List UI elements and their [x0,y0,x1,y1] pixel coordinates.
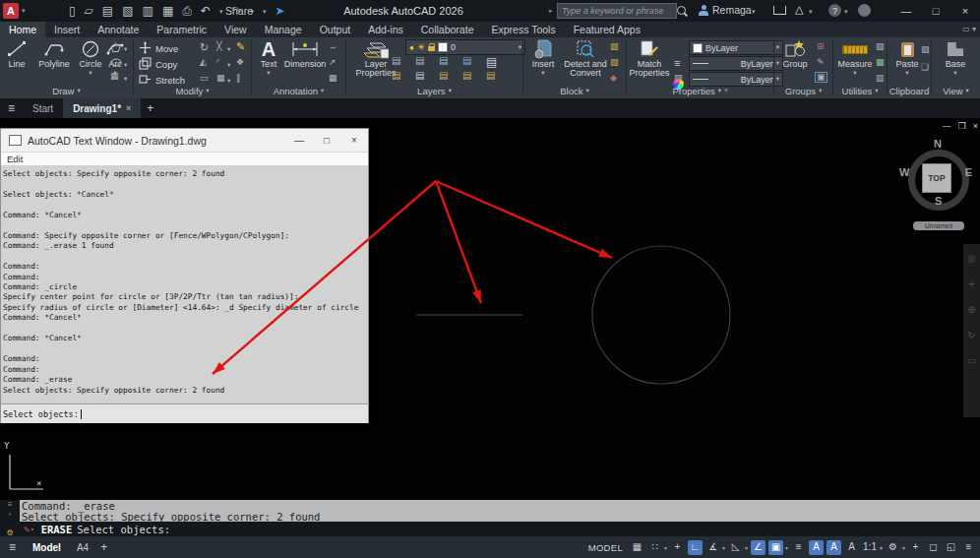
trim-icon[interactable]: ╳ [216,42,221,51]
logo-caret-icon[interactable]: ▾ [22,7,26,15]
username[interactable]: Remaga [712,4,752,16]
viewcube-north[interactable]: N [934,138,942,150]
commandline-history[interactable]: Command: _erase Select objects: Specify … [0,500,980,522]
settings-gear-icon-caret[interactable]: ▾ [902,544,905,551]
layer-walk-icon[interactable]: ▤ [486,71,495,81]
help-caret-icon[interactable]: ▾ [844,8,848,16]
navigation-wheel-icon[interactable]: ◎ [967,254,976,264]
grid-icon[interactable]: ▦ [630,540,644,555]
text-button[interactable]: A Text ▾ [256,39,281,77]
layers-panel-label[interactable]: Layers▾ [346,85,522,97]
layer-unlock-tool-icon[interactable]: ▤ [462,71,471,81]
autocad-logo-icon[interactable]: A [3,3,19,19]
array-icon[interactable]: ▦ [216,74,225,83]
zoom-extents-icon[interactable]: ⊕ [967,305,975,315]
hatch-icon[interactable]: ▦ [110,72,119,81]
layer-lock-tool-icon[interactable]: ▤ [462,56,471,66]
object-snap-icon-caret[interactable]: ▾ [785,544,788,551]
restore-button[interactable]: □ [921,0,950,22]
ribbon-tab-view[interactable]: View [215,22,256,37]
match-properties-button[interactable]: Match Properties [630,39,669,79]
ribbon-tab-home[interactable]: Home [0,22,45,37]
annotation-scale-value[interactable]: 1:1 [862,540,878,555]
ribbon-tab-add-ins[interactable]: Add-ins [359,22,412,37]
block-attributes-icon[interactable]: ◆ [610,74,617,83]
snap-icon-caret[interactable]: ▾ [664,544,667,551]
viewcube-south[interactable]: S [935,195,942,207]
block-panel-label[interactable]: Block▾ [523,85,626,97]
plot-icon[interactable]: ▥ [143,5,153,17]
layer-off-tool-icon[interactable]: ▤ [392,56,400,66]
transparency-icon[interactable]: ▨ [674,74,683,83]
isometric-drafting-icon-caret[interactable]: ▾ [745,544,748,551]
quick-select-icon[interactable]: ▧ [876,42,885,51]
orbit-icon[interactable]: ↻ [967,331,975,341]
autoscale-icon[interactable]: A [827,540,841,555]
scale-icon[interactable]: ▭ [200,74,209,83]
ribbon-tab-manage[interactable]: Manage [256,22,311,37]
clean-screen-icon[interactable]: ◱ [944,540,958,555]
showmotion-icon[interactable]: ▭ [967,356,976,366]
layer-stack-icon[interactable]: ▤ [486,56,497,68]
text-window-titlebar[interactable]: AutoCAD Text Window - Drawing1.dwg — □ × [1,129,368,153]
measure-button[interactable]: Measure ▾ [836,39,874,77]
object-snap-icon[interactable]: ▣ [768,540,783,555]
leader-icon[interactable]: ↔ [329,42,337,51]
edit-block-icon[interactable]: ▨ [610,58,619,67]
insert-button[interactable]: Insert ▾ [527,39,559,77]
polyline-button[interactable]: Polyline [33,39,75,69]
ungroup-icon[interactable]: ⊞ [817,42,825,51]
draw-panel-label[interactable]: Draw▾ [0,85,133,97]
doc-minimize-icon[interactable]: — [943,121,951,131]
annotation-scale-value-caret[interactable]: ▾ [880,544,883,551]
ribbon-tab-express-tools[interactable]: Express Tools [482,22,564,37]
customization-wrench-icon[interactable]: ⚙ [6,529,13,537]
annotation-scale-icon[interactable]: A [844,540,859,555]
save-icon[interactable]: ▤ [102,5,113,17]
annotation-panel-label[interactable]: Annotation▾ [252,85,345,97]
drawing1-tab[interactable]: Drawing1*× [63,98,141,118]
copy-button[interactable]: Copy [139,57,177,72]
snap-icon[interactable]: ∷ [647,540,662,555]
group-button[interactable]: Group [777,39,813,69]
base-button[interactable]: Base ▾ [939,39,972,77]
save-as-icon[interactable]: ▧ [122,5,133,17]
group-edit-icon[interactable]: ✎ [817,58,825,67]
text-window[interactable]: AutoCAD Text Window - Drawing1.dwg — □ ×… [0,128,369,423]
help-icon[interactable]: ? [828,4,841,17]
properties-panel-label[interactable]: Properties▾» [627,85,773,97]
customize-icon[interactable]: ≡ [961,540,976,555]
lineweight-icon[interactable]: ≡ [791,540,806,555]
explode-icon[interactable]: ❖ [236,58,244,67]
create-block-icon[interactable]: ▧ [610,42,619,51]
viewcube[interactable]: N W E S TOP [905,140,972,215]
layer-previous-icon[interactable]: ▤ [439,71,448,81]
text-window-command-input[interactable]: Select objects: [1,403,368,423]
command-caret-icon[interactable]: ▾ [31,526,34,532]
layer-match-icon[interactable]: ▤ [415,71,424,81]
fillet-caret-icon[interactable]: ▾ [227,60,230,69]
doc-close-icon[interactable]: × [973,121,978,131]
layer-dropdown[interactable]: ● ☀ 0 ▾ [405,39,525,55]
object-color-dropdown[interactable]: ByLayer ▾ [689,40,783,55]
layout-tab-a4[interactable]: A4 [69,536,96,558]
ribbon-tab-output[interactable]: Output [311,22,360,37]
drawing1-close-icon[interactable]: × [126,103,131,113]
fillet-icon[interactable]: ◜ [216,58,220,67]
ribbon-tab-parametric[interactable]: Parametric [148,22,215,37]
store-cart-icon[interactable] [773,6,786,15]
file-tab-menu-icon[interactable]: ≡ [8,101,15,115]
quick-calculator-icon[interactable]: ▩ [876,58,885,67]
tray-crosshair-icon[interactable]: + [908,540,923,555]
new-file-icon[interactable]: ▯ [69,5,76,17]
detect-convert-button[interactable]: Detect and Convert [563,39,608,79]
account-avatar-icon[interactable] [858,4,871,17]
object-snap-tracking-icon[interactable]: ∠ [751,540,766,555]
qat-customize-caret-icon[interactable]: ▾ [263,8,267,15]
ribbon-tab-annotate[interactable]: Annotate [89,22,148,37]
groups-panel-label[interactable]: Groups▾ [774,85,832,97]
hatch-caret-icon[interactable]: ▾ [124,74,127,83]
search-icon[interactable] [677,6,686,15]
move-button[interactable]: Move [139,41,178,56]
undo-icon[interactable]: ↶ [201,5,211,17]
